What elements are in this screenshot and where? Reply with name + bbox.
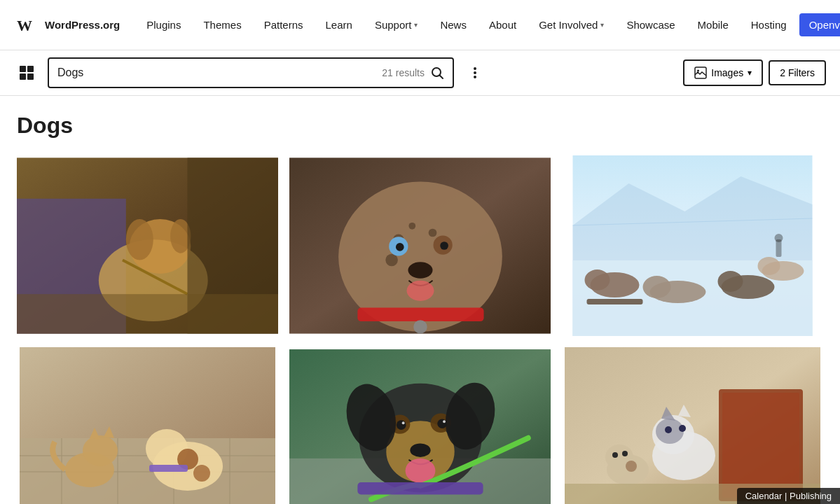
get-involved-dropdown-arrow: ▾: [600, 21, 604, 29]
page-title: Dogs: [17, 113, 823, 139]
svg-point-62: [83, 435, 118, 466]
dog-image-3: [562, 155, 823, 336]
wordpress-logo-icon: W: [14, 13, 39, 38]
images-icon: [694, 66, 707, 79]
dog-image-1: [17, 155, 278, 336]
openverse-search-input[interactable]: [57, 66, 376, 79]
image-card-5[interactable]: [289, 347, 551, 504]
media-type-button[interactable]: Images ▾: [683, 59, 763, 86]
svg-rect-49: [587, 299, 643, 304]
nav-learn[interactable]: Learn: [316, 13, 362, 36]
svg-line-9: [440, 76, 443, 79]
media-type-label: Images: [711, 67, 743, 78]
svg-point-46: [718, 271, 743, 292]
svg-rect-37: [357, 308, 483, 321]
nav-themes[interactable]: Themes: [193, 13, 251, 36]
svg-rect-7: [27, 74, 34, 80]
svg-point-51: [775, 234, 783, 242]
image-grid-row2: [17, 347, 823, 504]
search-icon: [430, 66, 444, 80]
svg-rect-87: [722, 393, 799, 498]
openverse-search-button[interactable]: [430, 66, 444, 80]
nav-plugins[interactable]: Plugins: [137, 13, 191, 36]
svg-point-33: [396, 243, 404, 251]
image-card-6[interactable]: [562, 347, 823, 504]
svg-rect-5: [27, 66, 34, 72]
nav-mobile[interactable]: Mobile: [688, 13, 738, 36]
svg-point-68: [193, 465, 210, 482]
nav-hosting[interactable]: Hosting: [741, 13, 797, 36]
image-grid-row1: [17, 155, 823, 336]
svg-point-27: [429, 229, 437, 237]
dog-image-6: [562, 347, 823, 504]
image-card-2[interactable]: [289, 155, 551, 336]
svg-point-99: [612, 452, 618, 458]
results-count: 21 results: [382, 67, 425, 78]
svg-point-100: [622, 451, 628, 456]
wordpress-org-label: WordPress.org: [45, 19, 120, 31]
openverse-menu-icon[interactable]: [14, 60, 39, 85]
svg-point-36: [407, 281, 434, 301]
image-card-1[interactable]: [17, 155, 278, 336]
more-options-icon: [468, 66, 482, 80]
svg-point-11: [474, 71, 476, 74]
openverse-search-field-wrap: 21 results: [48, 57, 454, 88]
svg-point-34: [440, 241, 448, 250]
nav-about[interactable]: About: [479, 13, 526, 36]
filters-label: 2 Filters: [780, 67, 815, 78]
svg-point-76: [397, 420, 406, 430]
svg-rect-6: [20, 74, 26, 80]
svg-point-35: [408, 262, 432, 278]
svg-point-12: [474, 76, 476, 78]
svg-rect-84: [357, 482, 483, 495]
svg-point-48: [758, 257, 780, 275]
svg-point-93: [665, 426, 672, 433]
chevron-down-icon: ▾: [748, 68, 752, 78]
svg-point-98: [626, 461, 637, 472]
openverse-search-bar: 21 results Images ▾ 2 Filters: [0, 50, 840, 96]
svg-point-38: [413, 320, 427, 333]
svg-point-14: [697, 70, 699, 72]
more-options-button[interactable]: [462, 60, 488, 85]
dog-image-2: [289, 155, 551, 336]
dog-image-4: [17, 347, 278, 504]
svg-point-44: [643, 276, 671, 298]
svg-point-30: [385, 254, 398, 267]
support-dropdown-arrow: ▾: [414, 21, 418, 29]
nav-links: Plugins Themes Patterns Learn Support ▾ …: [137, 13, 840, 36]
svg-point-79: [443, 420, 446, 423]
svg-point-42: [585, 270, 610, 290]
top-navigation: W WordPress.org Plugins Themes Patterns …: [0, 0, 840, 50]
svg-rect-69: [149, 465, 188, 472]
filter-group: Images ▾ 2 Filters: [683, 59, 826, 86]
svg-text:W: W: [17, 17, 32, 34]
nav-showcase[interactable]: Showcase: [617, 13, 684, 36]
nav-get-involved[interactable]: Get Involved ▾: [529, 13, 614, 36]
svg-point-78: [402, 421, 405, 424]
svg-point-80: [410, 443, 430, 456]
bottom-tooltip: Calendar | Publishing: [737, 488, 840, 504]
svg-rect-23: [17, 294, 278, 333]
wordpress-logo[interactable]: W WordPress.org: [14, 13, 120, 38]
image-card-3[interactable]: [562, 155, 823, 336]
nav-openverse[interactable]: Openverse: [799, 13, 840, 36]
filters-button[interactable]: 2 Filters: [769, 60, 826, 85]
nav-news[interactable]: News: [430, 13, 476, 36]
grid-icon: [18, 64, 35, 81]
svg-point-94: [679, 425, 686, 432]
svg-point-28: [408, 223, 415, 230]
svg-point-19: [126, 219, 153, 260]
dog-image-5: [289, 347, 551, 504]
svg-rect-4: [20, 66, 26, 72]
image-card-4[interactable]: [17, 347, 278, 504]
nav-support[interactable]: Support ▾: [365, 13, 428, 36]
svg-point-10: [474, 67, 476, 70]
nav-patterns[interactable]: Patterns: [254, 13, 313, 36]
main-content: Dogs: [0, 96, 840, 504]
